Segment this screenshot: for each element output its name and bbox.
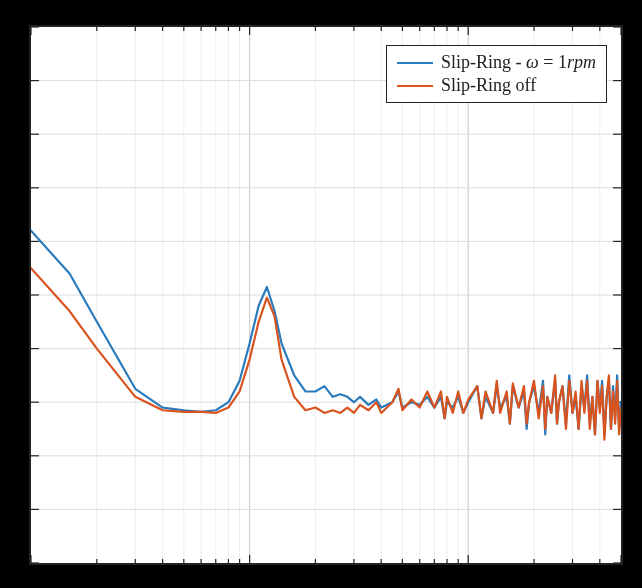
legend-label: Slip-Ring off [441, 75, 536, 96]
legend-swatch [397, 85, 433, 87]
legend-swatch [397, 62, 433, 64]
legend: Slip-Ring - ω = 1rpmSlip-Ring off [386, 45, 607, 103]
legend-item-1: Slip-Ring off [397, 75, 596, 96]
legend-item-0: Slip-Ring - ω = 1rpm [397, 52, 596, 73]
chart-container: Slip-Ring - ω = 1rpmSlip-Ring off [11, 11, 631, 577]
legend-label: Slip-Ring - ω = 1rpm [441, 52, 596, 73]
chart-svg [31, 27, 621, 563]
plot-area: Slip-Ring - ω = 1rpmSlip-Ring off [29, 25, 623, 565]
